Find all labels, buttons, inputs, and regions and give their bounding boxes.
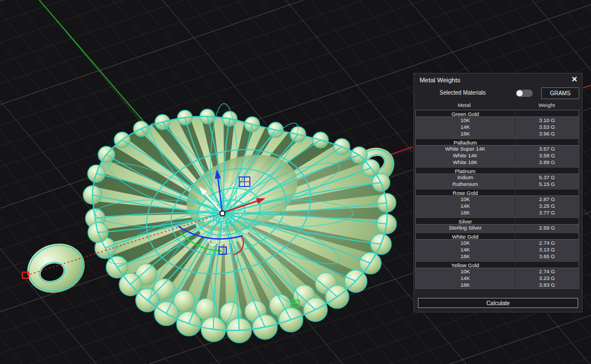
metal-section-header: White Gold <box>415 232 579 240</box>
metal-weight-row: 10K2.74 G <box>416 268 579 275</box>
panel-controls: Selected Materials GRAMS <box>414 86 582 101</box>
metal-weight-row: White 18K3.89 G <box>416 159 579 166</box>
calculate-button[interactable]: Calculate <box>418 298 578 308</box>
metal-section-rows: 10K2.74 G14K3.23 G18K3.83 G <box>415 268 579 289</box>
metal-weight-row: White 14K3.58 G <box>416 152 579 159</box>
metal-weight-row: Ruthenium5.15 G <box>416 181 579 188</box>
metal-section-rows: White Super 14K3.57 GWhite 14K3.58 GWhit… <box>415 146 579 166</box>
metal-section-rows: 10K2.87 G14K3.25 G18K3.77 G <box>415 196 579 217</box>
column-header-metal: Metal <box>414 102 514 108</box>
units-button[interactable]: GRAMS <box>541 87 579 99</box>
metal-weight-row: Iridium5.37 G <box>416 174 579 181</box>
gizmo-origin[interactable] <box>220 211 225 216</box>
selected-materials-toggle[interactable] <box>516 90 533 97</box>
metal-weight-row: White Super 14K3.57 G <box>416 146 579 152</box>
metal-weight-row: 10K3.10 G <box>416 117 579 124</box>
metal-weights-table: Green Gold10K3.10 G14K3.53 G18K3.96 GPal… <box>415 110 579 289</box>
metal-section-rows: 10K2.74 G14K3.13 G18K3.65 G <box>415 240 579 260</box>
metal-section-rows: 10K3.10 G14K3.53 G18K3.96 G <box>415 117 579 138</box>
close-icon[interactable]: ✕ <box>571 73 578 86</box>
metal-weight-row: 14K3.23 G <box>416 275 579 282</box>
metal-weight-row: 10K2.74 G <box>416 240 579 246</box>
metal-weights-panel: Metal Weights ✕ Selected Materials GRAMS… <box>413 73 583 312</box>
metal-weight-row: 18K3.77 G <box>416 209 579 216</box>
metal-section-rows: Iridium5.37 GRuthenium5.15 G <box>415 174 579 188</box>
metal-section-header: Green Gold <box>415 110 579 117</box>
metal-weight-row: 10K2.87 G <box>416 196 579 203</box>
metal-section-rows: Sterling Silver2.59 G <box>415 225 579 232</box>
metal-weight-row: 14K3.25 G <box>416 203 579 209</box>
column-header-weight: Weight <box>514 102 579 108</box>
metal-weight-row: 18K3.65 G <box>416 253 579 260</box>
panel-titlebar[interactable]: Metal Weights ✕ <box>414 73 582 86</box>
panel-title: Metal Weights <box>420 77 460 83</box>
metal-weight-row: 18K3.96 G <box>416 130 579 137</box>
metal-section-header: Platinum <box>415 167 579 174</box>
metal-weight-row: 18K3.83 G <box>416 282 579 288</box>
app-window: Metal Weights ✕ Selected Materials GRAMS… <box>0 0 591 364</box>
table-column-headers: Metal Weight <box>414 101 582 110</box>
metal-weight-row: 14K3.53 G <box>416 124 579 130</box>
metal-section-header: Rose Gold <box>415 189 579 196</box>
selected-materials-label: Selected Materials <box>440 90 486 96</box>
metal-weight-row: 14K3.13 G <box>416 246 579 253</box>
metal-section-header: Palladium <box>415 138 579 146</box>
metal-section-header: Yellow Gold <box>415 261 579 268</box>
toggle-knob <box>516 90 523 96</box>
metal-section-header: Silver <box>415 217 579 225</box>
metal-weight-row: Sterling Silver2.59 G <box>416 225 579 231</box>
